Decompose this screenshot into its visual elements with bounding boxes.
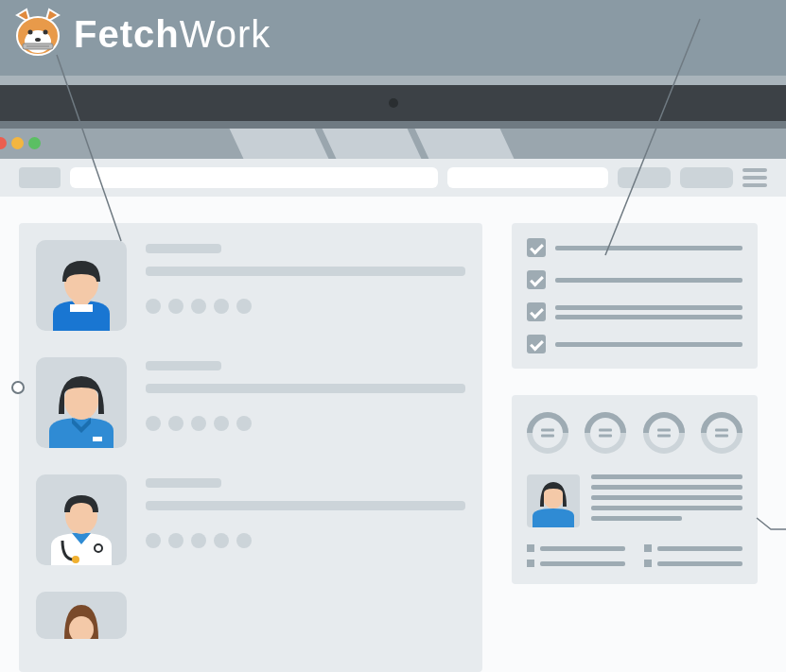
checklist-panel <box>512 223 758 369</box>
svg-point-4 <box>35 38 41 42</box>
app-header: FetchWork <box>0 0 786 76</box>
list-item[interactable] <box>36 240 465 331</box>
nurse-icon <box>36 255 127 331</box>
svg-rect-10 <box>93 437 102 441</box>
close-window-icon[interactable] <box>0 137 7 149</box>
person-icon <box>36 592 127 639</box>
toolbar-button[interactable] <box>680 167 733 188</box>
window-controls <box>0 137 41 149</box>
list-item[interactable] <box>36 592 465 639</box>
svg-point-3 <box>44 30 48 35</box>
item-title-placeholder <box>146 478 221 488</box>
nurse-icon <box>36 372 127 448</box>
item-rating <box>146 416 465 431</box>
item-body <box>146 357 465 448</box>
avatar <box>36 240 127 331</box>
stat-ring <box>701 412 742 454</box>
svg-point-2 <box>28 30 33 35</box>
minimize-window-icon[interactable] <box>11 137 24 149</box>
checklist-item[interactable] <box>527 335 742 353</box>
item-rating <box>146 533 465 548</box>
checkbox-checked-icon[interactable] <box>527 270 546 289</box>
brand-logo[interactable]: FetchWork <box>9 8 271 60</box>
bullet-columns <box>527 544 742 567</box>
item-desc-placeholder <box>146 501 465 510</box>
bullet-item <box>644 560 742 567</box>
browser-tabs <box>236 129 515 159</box>
item-title-placeholder <box>146 244 221 253</box>
item-body <box>146 240 465 331</box>
bezel-inner <box>0 121 786 129</box>
address-bar[interactable] <box>70 167 438 188</box>
avatar <box>36 357 127 448</box>
browser-tab[interactable] <box>230 129 329 159</box>
dog-icon <box>9 8 66 60</box>
brand-text: FetchWork <box>74 13 271 56</box>
bezel-light <box>0 76 786 85</box>
profile-avatar <box>527 474 580 527</box>
search-bar[interactable] <box>447 167 608 188</box>
item-rating <box>146 299 465 314</box>
browser-tab[interactable] <box>415 129 515 159</box>
checklist-item[interactable] <box>527 238 742 257</box>
svg-rect-8 <box>70 304 93 312</box>
candidate-list-panel <box>19 223 482 672</box>
camera-icon <box>389 98 398 108</box>
doctor-icon <box>36 490 127 565</box>
nav-back-forward[interactable] <box>19 167 61 188</box>
hamburger-menu-icon[interactable] <box>742 168 767 187</box>
checklist-item[interactable] <box>527 302 742 321</box>
item-title-placeholder <box>146 361 221 370</box>
bullet-item <box>644 544 742 552</box>
item-desc-placeholder <box>146 267 465 276</box>
item-body <box>146 474 465 565</box>
profile-text <box>591 474 742 527</box>
list-item[interactable] <box>36 357 465 448</box>
svg-point-12 <box>72 556 79 563</box>
avatar <box>36 474 127 565</box>
avatar <box>36 592 127 639</box>
page-content <box>0 197 786 672</box>
browser-tab[interactable] <box>323 129 422 159</box>
checkbox-checked-icon[interactable] <box>527 335 546 353</box>
browser-tab-bar <box>0 129 786 159</box>
bullet-item <box>527 544 625 552</box>
profile-summary <box>527 474 742 527</box>
stats-row <box>527 412 742 454</box>
item-desc-placeholder <box>146 384 465 393</box>
annotation-marker <box>11 381 25 394</box>
checkbox-checked-icon[interactable] <box>527 302 546 321</box>
stat-ring <box>643 412 685 454</box>
checklist-item[interactable] <box>527 270 742 289</box>
list-item[interactable] <box>36 474 465 565</box>
maximize-window-icon[interactable] <box>28 137 41 149</box>
stat-ring <box>585 412 626 454</box>
stat-ring <box>527 412 568 454</box>
browser-toolbar <box>0 159 786 197</box>
bezel-dark <box>0 85 786 121</box>
toolbar-button[interactable] <box>618 167 671 188</box>
nurse-icon <box>527 480 580 527</box>
checkbox-checked-icon[interactable] <box>527 238 546 257</box>
profile-detail-panel <box>512 395 758 584</box>
bullet-item <box>527 560 625 567</box>
